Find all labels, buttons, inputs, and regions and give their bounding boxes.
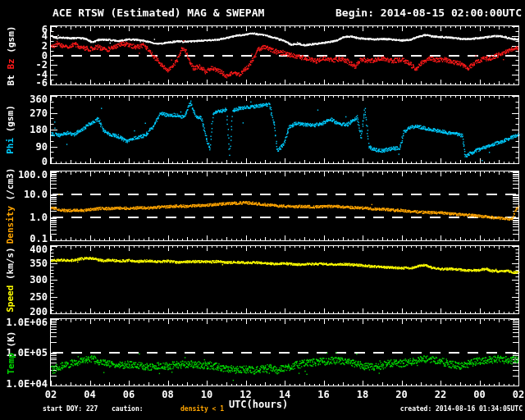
x-tick-label: 04 bbox=[76, 390, 104, 399]
panel-axis-label-temp: Temp (K) bbox=[5, 309, 16, 395]
caution-label: caution: bbox=[112, 405, 144, 413]
axis-label-part: (km/s) bbox=[5, 247, 16, 285]
x-tick-label: 06 bbox=[115, 390, 143, 399]
x-tick-label: 12 bbox=[232, 390, 260, 399]
x-tick-label: 00 bbox=[466, 390, 494, 399]
axis-label-part: (gsm) bbox=[5, 25, 16, 58]
start-doy-label: start DOY: 227 bbox=[43, 405, 98, 413]
axis-label-part: (K) bbox=[5, 331, 16, 353]
x-tick-label: 20 bbox=[388, 390, 416, 399]
x-tick-label: 22 bbox=[427, 390, 454, 399]
axis-label-part: Bt bbox=[5, 69, 16, 85]
x-tick-label: 08 bbox=[154, 390, 182, 399]
caution-value: density < 1 bbox=[180, 405, 224, 413]
axis-label-part: Phi bbox=[5, 138, 16, 154]
x-tick-label: 02 bbox=[504, 390, 525, 399]
x-tick-label: 16 bbox=[310, 390, 338, 399]
x-tick-label: 14 bbox=[271, 390, 299, 399]
axis-label-part: (/cm3) bbox=[5, 168, 16, 206]
axis-label-part: (gsm) bbox=[5, 105, 16, 138]
axis-label-part: Bz bbox=[5, 58, 16, 69]
panel-axis-label-phi: Phi (gsm) bbox=[5, 86, 16, 173]
plot-window: ACE RTSW (Estimated) MAG & SWEPAM Begin:… bbox=[0, 0, 525, 420]
x-tick-label: 02 bbox=[37, 390, 65, 399]
x-tick-label: 10 bbox=[193, 390, 221, 399]
axis-label-part: Speed bbox=[5, 285, 16, 313]
page-title: ACE RTSW (Estimated) MAG & SWEPAM bbox=[52, 7, 264, 19]
x-tick-label: 18 bbox=[349, 390, 377, 399]
begin-timestamp: Begin: 2014-08-15 02:00:00UTC bbox=[336, 7, 522, 19]
panel-axis-label-mag: Bt Bz (gsm) bbox=[5, 16, 16, 94]
created-timestamp: created: 2014-08-16 01:34:05UTC bbox=[400, 405, 523, 413]
axis-label-part: Temp bbox=[5, 353, 16, 375]
plot-canvas bbox=[0, 0, 525, 420]
